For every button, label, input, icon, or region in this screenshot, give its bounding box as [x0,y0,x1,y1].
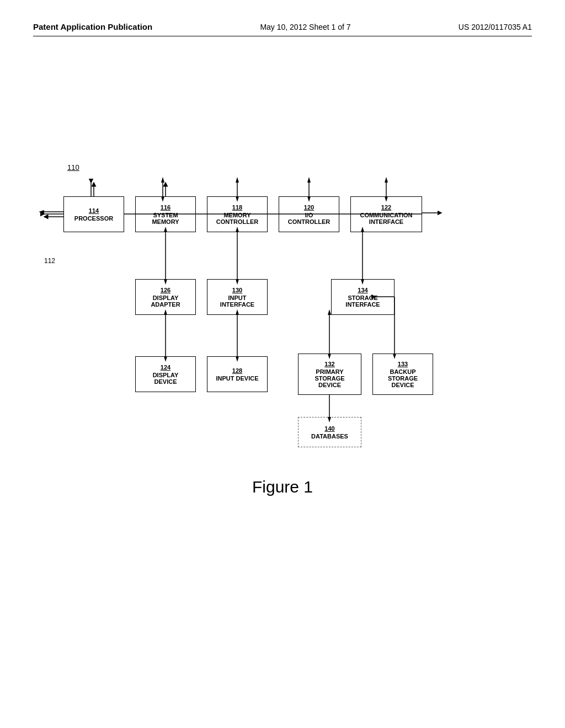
box-input-interface: 130 INPUT INTERFACE [207,279,268,315]
svg-marker-8 [161,177,164,183]
page-header: Patent Application Publication May 10, 2… [33,22,532,36]
ref-116: 116 [161,204,170,211]
box-backup-storage: 133 BACKUP STORAGE DEVICE [372,354,433,395]
ref-134: 134 [358,287,367,293]
ref-118: 118 [232,204,242,211]
box-primary-storage: 132 PRIMARY STORAGE DEVICE [298,354,361,395]
figure-caption: Figure 1 [33,478,532,496]
box-databases: 140 DATABASES [298,417,361,447]
label-112: 112 [44,257,55,265]
box-io-controller: 120 I/O CONTROLLER [279,196,339,232]
diagram-area: 110 112 114 PROCESSOR 116 SYSTEM MEMORY … [33,147,532,478]
ref-133: 133 [398,361,408,367]
box-display-device: 124 DISPLAY DEVICE [135,356,196,392]
header-patent-number: US 2012/0117035 A1 [459,23,532,31]
box-input-device: 128 INPUT DEVICE [207,356,268,392]
ref-128: 128 [232,367,242,374]
box-storage-interface: 134 STORAGE INTERFACE [331,279,395,315]
box-display-adapter: 126 DISPLAY ADAPTER [135,279,196,315]
ref-124: 124 [161,364,170,371]
box-system-memory: 116 SYSTEM MEMORY [135,196,196,232]
svg-marker-11 [236,177,239,183]
header-date-sheet: May 10, 2012 Sheet 1 of 7 [260,23,350,31]
ref-114: 114 [89,207,99,214]
box-processor: 114 PROCESSOR [63,196,124,232]
box-memory-controller: 118 MEMORY CONTROLLER [207,196,268,232]
svg-marker-17 [385,177,388,183]
ref-122: 122 [381,204,391,211]
ref-120: 120 [304,204,314,211]
page: Patent Application Publication May 10, 2… [0,0,565,728]
ref-126: 126 [161,287,170,293]
label-110: 110 [67,163,79,172]
svg-marker-43 [39,210,44,213]
ref-140: 140 [324,425,334,432]
box-communication-interface: 122 COMMUNICATION INTERFACE [350,196,422,232]
ref-132: 132 [324,361,334,367]
ref-130: 130 [232,287,242,293]
svg-marker-14 [307,177,311,183]
header-publication-label: Patent Application Publication [33,22,152,31]
